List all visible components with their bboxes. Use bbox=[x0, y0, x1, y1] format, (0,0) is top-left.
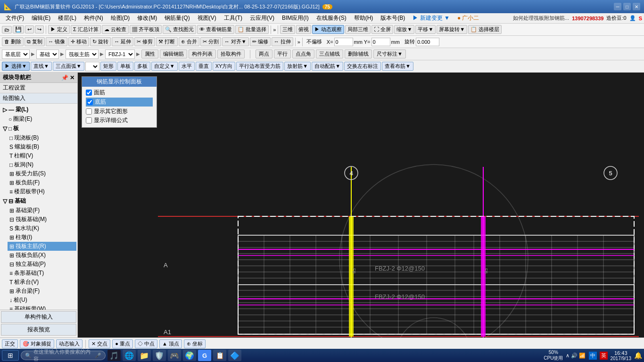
menu-bim[interactable]: BIM应用(I) bbox=[278, 13, 313, 23]
coord-btn[interactable]: ⊕ 坐标 bbox=[184, 339, 206, 348]
extend-btn[interactable]: ↔ 延伸 bbox=[112, 37, 133, 46]
detail-formula-checkbox[interactable] bbox=[86, 117, 92, 123]
edit-btn[interactable]: ✏ 编修 bbox=[250, 37, 271, 46]
mirror-btn[interactable]: ↔ 镜像 bbox=[46, 37, 67, 46]
drawing-input[interactable]: 绘图输入 bbox=[0, 93, 77, 104]
batch-select-btn[interactable]: 📋 批量选择 bbox=[235, 25, 269, 34]
bottom-rebar-check[interactable]: 底筋 bbox=[86, 98, 153, 107]
pan-btn[interactable]: 平移▼ bbox=[415, 25, 436, 34]
menu-rebar[interactable]: 钢筋量(Q) bbox=[161, 13, 193, 23]
xy-dir-btn[interactable]: XY方向 bbox=[213, 62, 236, 71]
tree-item-found-beam[interactable]: ⊞基础梁(F) bbox=[8, 206, 76, 215]
tree-item-ring-beam[interactable]: ○ 圈梁(E) bbox=[1, 115, 76, 123]
move-btn[interactable]: ✛ 移动 bbox=[68, 37, 89, 46]
tree-group-beam[interactable]: ▷ — 梁(L) bbox=[1, 105, 76, 115]
slab-main-select[interactable]: 筏板主筋 bbox=[66, 49, 99, 59]
single-slab-btn[interactable]: 单板 bbox=[117, 62, 133, 71]
merge-btn[interactable]: ⊕ 合并 bbox=[179, 37, 199, 46]
stretch-btn[interactable]: ↔ 拉伸 bbox=[272, 37, 293, 46]
top-point-btn[interactable]: ▲ 顶点 bbox=[159, 339, 182, 348]
taskbar-app-g[interactable]: G bbox=[198, 350, 211, 361]
y-input[interactable] bbox=[372, 38, 390, 46]
taskbar-app-explorer[interactable]: 📁 bbox=[138, 350, 151, 361]
calc-btn[interactable]: Σ 汇总计算 bbox=[71, 25, 101, 34]
tree-item-col-cap[interactable]: T柱帽(V) bbox=[8, 151, 76, 160]
minimize-btn[interactable]: ─ bbox=[614, 3, 621, 10]
taskbar-app-globe[interactable]: 🌍 bbox=[183, 350, 196, 361]
two-point-btn[interactable]: 两点 bbox=[256, 49, 272, 58]
menu-floor[interactable]: 楼层(L) bbox=[54, 13, 80, 23]
tree-group-foundation[interactable]: ▽ ⊟ 基础 bbox=[1, 196, 76, 206]
trim-btn[interactable]: ✂ 修剪 bbox=[134, 37, 155, 46]
base-layer-select[interactable]: 基底层 bbox=[2, 49, 30, 59]
vertical-btn[interactable]: 垂直 bbox=[196, 62, 212, 71]
split-btn[interactable]: ✂ 分割 bbox=[200, 37, 221, 46]
face-rebar-check[interactable]: 面筋 bbox=[86, 89, 153, 97]
maximize-btn[interactable]: □ bbox=[623, 3, 631, 10]
property-btn[interactable]: 属性 bbox=[141, 49, 158, 58]
find-element-btn[interactable]: 🔍 查找图元 bbox=[163, 25, 196, 34]
face-rebar-checkbox[interactable] bbox=[86, 90, 92, 96]
midpoint-btn[interactable]: ◇ 中点 bbox=[135, 339, 157, 348]
tree-item-floor-strip[interactable]: ≡楼层板带(H) bbox=[8, 187, 76, 196]
taskbar-app-defender[interactable]: 🛡️ bbox=[153, 350, 166, 361]
sidebar-pin[interactable]: 📌 ✕ bbox=[61, 74, 74, 81]
auto-config-btn[interactable]: 自动配筋▼ bbox=[312, 62, 343, 71]
point-angle-btn[interactable]: 点点角 bbox=[292, 49, 314, 58]
tree-item-raft-main-rebar[interactable]: ⊞筏板主筋(R) bbox=[8, 242, 76, 251]
other-shape-checkbox[interactable] bbox=[86, 108, 92, 115]
break-btn[interactable]: ⚒ 打断 bbox=[156, 37, 177, 46]
component-select[interactable]: FBZJ-1 bbox=[105, 49, 135, 59]
screen-rotate-btn[interactable]: 屏幕旋转▼ bbox=[437, 25, 467, 34]
more-btn[interactable]: » bbox=[273, 27, 276, 33]
tree-item-neg-rebar[interactable]: ⊞板负筋(F) bbox=[8, 178, 76, 187]
menu-file[interactable]: 文件(F) bbox=[2, 13, 28, 23]
align-btn[interactable]: ↔ 对齐▼ bbox=[222, 37, 249, 46]
tree-item-raft-neg-rebar[interactable]: ⊞筏板负筋(X) bbox=[8, 251, 76, 260]
object-snap-btn[interactable]: 🎯 对象捕捉 bbox=[20, 339, 54, 348]
copy-btn[interactable]: ⧉ 复制 bbox=[25, 37, 45, 46]
tree-item-found-strip[interactable]: ≡基础板带(W) bbox=[8, 304, 76, 310]
radial-btn[interactable]: 放射筋▼ bbox=[284, 62, 311, 71]
zoom-btn[interactable]: 缩放▼ bbox=[394, 25, 414, 34]
edit-rebar-btn[interactable]: 编辑钢筋 bbox=[160, 49, 187, 58]
taskbar-app-edge[interactable]: 🌐 bbox=[123, 350, 136, 361]
local-3d-btn[interactable]: 局部三维 bbox=[345, 25, 371, 34]
tree-item-strip-found[interactable]: ≡条形基础(T) bbox=[8, 269, 76, 278]
close-btn[interactable]: ✕ bbox=[633, 3, 640, 10]
arc-btn[interactable]: 三点面弧▼ bbox=[53, 62, 84, 71]
taskbar-search[interactable]: 🔍 在这里输入你要搜索的内容 🎤 bbox=[21, 351, 106, 360]
bottom-rebar-checkbox[interactable] bbox=[87, 99, 93, 105]
taskbar-app-music[interactable]: 🎵 bbox=[107, 350, 121, 361]
rotate-op-btn[interactable]: ↻ 旋转 bbox=[90, 37, 111, 46]
tree-item-cast-slab[interactable]: □现浇板(B) bbox=[8, 133, 76, 142]
tree-item-pile-cap[interactable]: T桩承台(V) bbox=[8, 278, 76, 287]
intersection-btn[interactable]: ✕ 交点 bbox=[89, 339, 110, 348]
rect-btn[interactable]: 矩形 bbox=[100, 62, 116, 71]
align-slab-btn[interactable]: ▦ 齐平板顶 bbox=[130, 25, 162, 34]
line-btn[interactable]: 直线▼ bbox=[31, 62, 52, 71]
taskbar-app-gdlda[interactable]: 📋 bbox=[213, 350, 226, 361]
project-settings[interactable]: 工程设置 bbox=[0, 83, 77, 93]
dim-btn[interactable]: 尺寸标注▼ bbox=[373, 49, 406, 58]
menu-online[interactable]: 在线服务(S) bbox=[313, 13, 350, 23]
start-button[interactable]: ⊞ bbox=[2, 350, 19, 361]
3d-btn[interactable]: 三维 bbox=[280, 25, 295, 34]
taskbar-app-blue[interactable]: 🔷 bbox=[228, 350, 241, 361]
title-controls[interactable]: ─ □ ✕ bbox=[614, 3, 640, 10]
tree-item-slab-rebar[interactable]: ⊞板受力筋(S) bbox=[8, 169, 76, 178]
top-view-btn[interactable]: 俯视 bbox=[296, 25, 311, 34]
more-btn2[interactable]: » bbox=[297, 39, 300, 45]
menu-view[interactable]: 视图(V) bbox=[194, 13, 220, 23]
dynamic-observe-btn[interactable]: ▶ 动态观察 bbox=[312, 25, 344, 34]
tree-group-slab[interactable]: ▽ □ 板 bbox=[1, 123, 76, 133]
menu-draw[interactable]: 绘图(D) bbox=[107, 13, 134, 23]
tree-item-isolated-found[interactable]: ⊟独立基础(P) bbox=[8, 260, 76, 269]
menu-gd2[interactable]: ● 广小二 bbox=[454, 13, 483, 23]
multi-slab-btn[interactable]: 多板 bbox=[134, 62, 150, 71]
component-list-btn[interactable]: 构件列表 bbox=[189, 49, 216, 58]
heavy-point-btn[interactable]: ● 重点 bbox=[112, 339, 133, 348]
menu-new-change[interactable]: ▶ 新建变更 ▼ bbox=[409, 13, 454, 23]
three-point-aux-btn[interactable]: 三点辅线 bbox=[316, 49, 343, 58]
tree-item-slab-hole[interactable]: □板洞(N) bbox=[8, 160, 76, 169]
